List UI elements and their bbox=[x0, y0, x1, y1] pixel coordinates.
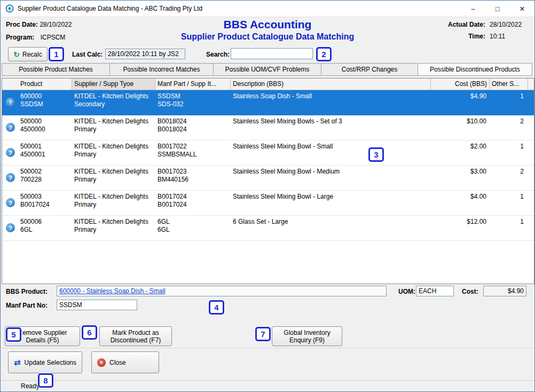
footer-button-row: ⇄ Update Selections ✕ Close bbox=[1, 348, 534, 382]
minimize-button[interactable]: – bbox=[461, 1, 485, 17]
close-window-button[interactable]: ✕ bbox=[510, 1, 534, 17]
app-window: Supplier Product Catalogue Data Matching… bbox=[0, 0, 535, 392]
column-header-filler bbox=[528, 79, 534, 90]
maximize-button[interactable]: □ bbox=[485, 1, 510, 17]
bbs-product-link[interactable]: 600000 - Stainless Soap Dish - Small bbox=[59, 287, 166, 295]
global-inventory-enquiry-button[interactable]: Global Inventory Enquiry (F9) bbox=[272, 326, 342, 346]
product-code: 600000 bbox=[20, 92, 70, 100]
close-icon: ✕ bbox=[97, 358, 106, 367]
actual-date-label: Actual Date: bbox=[448, 21, 485, 28]
supp-item: B0017024 bbox=[158, 201, 229, 209]
supplier-name: KITDEL - Kitchen Delights bbox=[74, 168, 153, 176]
supplier-type: Primary bbox=[74, 126, 153, 134]
table-row[interactable]: ? 500006 6GL KITDEL - Kitchen Delights P… bbox=[2, 216, 534, 241]
tab-possible-incorrect-matches[interactable]: Possible Incorrect Matches bbox=[109, 63, 214, 76]
other-cell: 1 bbox=[490, 191, 528, 215]
supplier-type: Secondary bbox=[74, 100, 153, 108]
recalc-button-label: Recalc bbox=[22, 51, 42, 58]
recalc-button[interactable]: ↻ Recalc bbox=[8, 47, 48, 61]
cost-cell: $12.00 bbox=[431, 216, 490, 240]
annotation-marker-8: 8 bbox=[38, 373, 53, 388]
table-row[interactable]: ? 500003 B0017024 KITDEL - Kitchen Delig… bbox=[2, 191, 534, 216]
product-code-2: B0017024 bbox=[20, 201, 70, 209]
product-code-2: 700228 bbox=[20, 176, 70, 184]
question-icon: ? bbox=[6, 173, 15, 182]
manf-part: B0017024 bbox=[158, 193, 229, 201]
cost-cell: $10.00 bbox=[431, 115, 490, 140]
cost-field: $4.90 bbox=[483, 286, 526, 296]
search-input[interactable] bbox=[231, 48, 313, 59]
supplier-name: KITDEL - Kitchen Delights bbox=[74, 117, 153, 126]
description-cell: Stainless Steel Mixing Bowls - Set of 3 bbox=[231, 115, 431, 140]
column-header-other[interactable]: Other S... bbox=[490, 79, 528, 90]
manf-part: SSDSM bbox=[158, 92, 229, 100]
annotation-marker-3: 3 bbox=[368, 147, 384, 162]
results-grid: Product Supplier / Supp Tyoe Manf Part /… bbox=[2, 78, 534, 284]
description-cell: Stainless Steel Mixing Bowl - Medium bbox=[231, 166, 431, 190]
annotation-marker-2: 2 bbox=[316, 47, 332, 61]
status-bar: Ready bbox=[1, 380, 534, 391]
window-title: Supplier Product Catalogue Data Matching… bbox=[18, 5, 202, 12]
update-selections-label: Update Selections bbox=[25, 359, 76, 366]
cost-cell: $4.00 bbox=[431, 191, 490, 215]
detail-panel: BBS Product: 600000 - Stainless Soap Dis… bbox=[1, 284, 534, 325]
window-controls: – □ ✕ bbox=[461, 1, 534, 17]
product-code-2: SSDSM bbox=[20, 100, 70, 108]
column-header-description[interactable]: Description (BBS) bbox=[231, 79, 431, 90]
tab-possible-product-matches[interactable]: Possible Product Matches bbox=[2, 63, 110, 76]
update-icon: ⇄ bbox=[14, 358, 21, 367]
table-row[interactable]: ? 600000 SSDSM KITDEL - Kitchen Delights… bbox=[2, 90, 534, 115]
manf-part-no-field[interactable]: SSDSM bbox=[57, 300, 137, 310]
manf-part: 6GL bbox=[158, 218, 229, 226]
tab-possible-uom-cvf-problems[interactable]: Possible UOM/CVF Problems bbox=[213, 63, 321, 76]
tab-possible-discontinued-products[interactable]: Possible Discontinued Products bbox=[418, 63, 532, 76]
annotation-marker-1: 1 bbox=[49, 47, 64, 61]
cost-cell: $2.00 bbox=[431, 140, 490, 165]
other-cell: 1 bbox=[490, 90, 528, 115]
supp-item: 6GL bbox=[158, 226, 229, 234]
tab-cost-rrp-changes[interactable]: Cost/RRP Changes bbox=[321, 63, 418, 76]
table-row[interactable]: ? 500001 4500001 KITDEL - Kitchen Deligh… bbox=[2, 140, 534, 166]
column-header-manf-part[interactable]: Manf Part / Supp It... bbox=[155, 79, 231, 90]
uom-field: EACH bbox=[416, 286, 454, 296]
supplier-name: KITDEL - Kitchen Delights bbox=[74, 143, 153, 151]
supplier-type: Primary bbox=[74, 151, 153, 159]
column-header-product[interactable]: Product bbox=[2, 79, 72, 90]
update-selections-button[interactable]: ⇄ Update Selections bbox=[8, 351, 82, 373]
product-code-2: 6GL bbox=[20, 226, 70, 234]
status-text: Ready bbox=[21, 382, 40, 390]
close-dialog-button[interactable]: ✕ Close bbox=[91, 351, 159, 373]
toolbar: ↻ Recalc Last Calc: 28/10/2022 10:11 by … bbox=[1, 46, 534, 62]
table-row[interactable]: ? 500002 700228 KITDEL - Kitchen Delight… bbox=[2, 166, 534, 191]
time-value: 10:11 bbox=[490, 33, 528, 40]
product-code: 500001 bbox=[20, 143, 70, 151]
description-cell: 6 Glass Set - Large bbox=[231, 216, 431, 240]
column-header-cost[interactable]: Cost (BBS) bbox=[431, 79, 490, 90]
annotation-marker-6: 6 bbox=[82, 325, 97, 340]
time-label: Time: bbox=[448, 33, 485, 40]
table-row[interactable]: ? 500000 4500000 KITDEL - Kitchen Deligh… bbox=[2, 115, 534, 140]
header: Proc Date: 28/10/2022 Program: ICPSCM BB… bbox=[1, 17, 534, 47]
column-header-supplier[interactable]: Supplier / Supp Tyoe bbox=[72, 79, 155, 90]
other-cell: 1 bbox=[490, 140, 528, 165]
close-button-label: Close bbox=[109, 359, 126, 366]
supp-item: B0018024 bbox=[158, 126, 229, 134]
mark-product-discontinued-button[interactable]: Mark Product as Discontinued (F7) bbox=[99, 326, 172, 346]
annotation-marker-4: 4 bbox=[209, 300, 224, 315]
other-cell: 2 bbox=[490, 166, 528, 190]
product-code: 500002 bbox=[20, 168, 70, 176]
description-cell: Stainless Soap Dish - Small bbox=[231, 90, 431, 115]
question-icon: ? bbox=[6, 198, 15, 207]
annotation-marker-5: 5 bbox=[6, 327, 21, 342]
question-icon: ? bbox=[6, 148, 15, 157]
recalc-icon: ↻ bbox=[13, 51, 20, 58]
search-label: Search: bbox=[206, 51, 230, 58]
supp-item: BM440156 bbox=[158, 176, 229, 184]
annotation-marker-7: 7 bbox=[255, 327, 271, 341]
manf-part-no-label: Manf Part No: bbox=[6, 302, 48, 309]
question-icon: ? bbox=[6, 123, 15, 132]
product-code-2: 4500001 bbox=[20, 151, 70, 159]
uom-label: UOM: bbox=[398, 288, 415, 295]
supplier-type: Primary bbox=[74, 226, 153, 234]
cost-label: Cost: bbox=[462, 288, 478, 295]
